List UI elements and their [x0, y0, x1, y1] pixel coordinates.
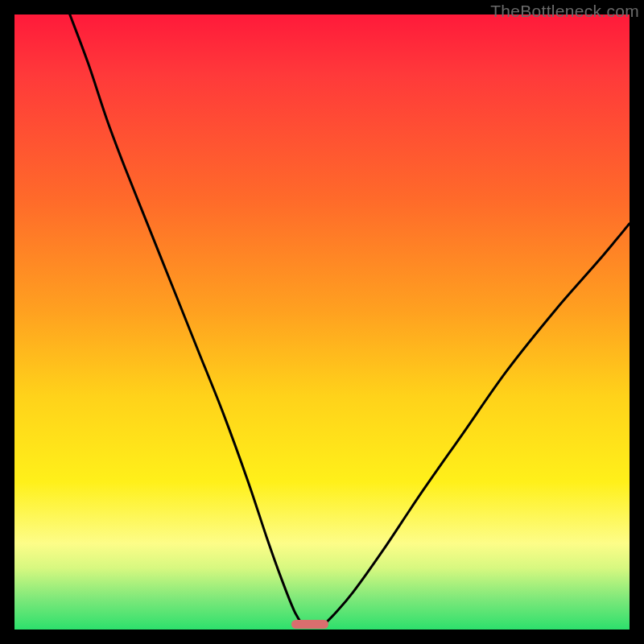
plot-area — [14, 14, 630, 630]
bottleneck-marker — [291, 620, 328, 629]
bottleneck-curve — [14, 14, 630, 630]
watermark-text: TheBottleneck.com — [490, 2, 639, 21]
chart-frame: TheBottleneck.com — [0, 0, 644, 644]
